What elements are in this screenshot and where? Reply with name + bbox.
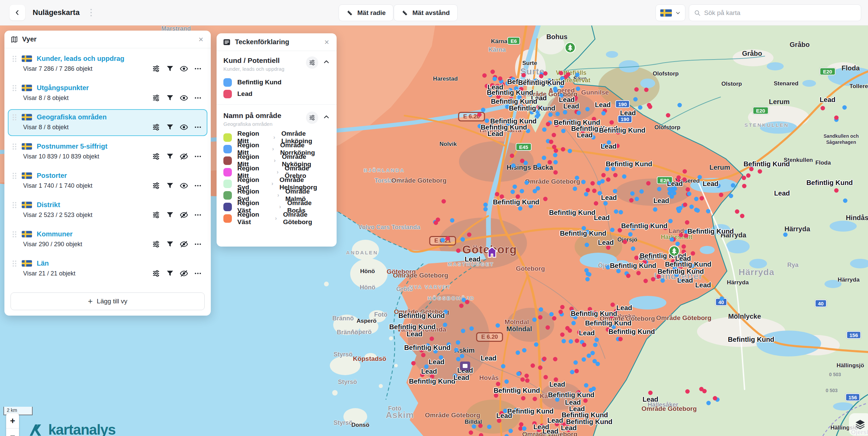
zoom-out-button[interactable]: − (6, 429, 19, 436)
legend-panel: Teckenförklaring × Kund / PotentiellKund… (217, 33, 337, 247)
layers-button[interactable] (849, 413, 868, 436)
legend-entry-label: Lead (237, 90, 252, 98)
view-title[interactable]: Utgångspunkter (37, 84, 89, 92)
close-icon[interactable]: × (197, 35, 205, 44)
view-count: Visar 21 / 21 objekt (23, 270, 152, 277)
filter-icon[interactable] (166, 182, 174, 190)
view-item[interactable]: LänVisar 21 / 21 objekt (8, 255, 207, 282)
views-panel: Vyer × Kunder, leads och uppdragVisar 7 … (4, 31, 211, 316)
section-sliders-icon[interactable] (306, 56, 318, 69)
style-sliders-icon[interactable] (152, 65, 160, 73)
view-item[interactable]: PostorterVisar 1 740 / 1 740 objekt (8, 168, 207, 195)
sweden-flag-icon (22, 85, 32, 91)
style-sliders-icon[interactable] (152, 152, 160, 161)
style-sliders-icon[interactable] (152, 240, 160, 248)
title-menu-icon[interactable] (89, 7, 93, 18)
ruler-icon (346, 10, 353, 16)
visibility-off-icon[interactable] (180, 211, 188, 219)
zoom-in-button[interactable]: + (6, 413, 19, 429)
collapse-section-icon[interactable] (323, 56, 330, 67)
filter-icon[interactable] (166, 65, 174, 73)
visibility-on-icon[interactable] (180, 94, 188, 102)
close-icon[interactable]: × (323, 37, 330, 47)
page-title: Nulägeskarta (33, 8, 80, 17)
drag-handle-icon[interactable] (12, 55, 17, 63)
visibility-off-icon[interactable] (180, 152, 188, 161)
color-swatch (223, 168, 232, 177)
view-item[interactable]: Geografiska områdenVisar 8 / 8 objekt (8, 109, 207, 136)
visibility-on-icon[interactable] (180, 182, 188, 190)
style-sliders-icon[interactable] (152, 94, 160, 102)
filter-icon[interactable] (166, 152, 174, 161)
legend-panel-title: Teckenförklaring (235, 38, 319, 46)
view-count: Visar 8 / 8 objekt (23, 124, 152, 131)
legend-entry: Befintlig Kund (223, 77, 330, 88)
topbar: Nulägeskarta Mät radie Mät avstånd (0, 0, 868, 26)
more-options-icon[interactable] (194, 152, 202, 161)
color-swatch (223, 78, 232, 87)
legend-section: Namn på områdeGeografiska områdenRegion … (217, 106, 337, 228)
collapse-section-icon[interactable] (323, 112, 330, 122)
more-options-icon[interactable] (194, 211, 202, 219)
section-sliders-icon[interactable] (306, 112, 318, 124)
views-panel-title: Vyer (22, 35, 193, 43)
kartanalys-logo-icon (27, 423, 45, 436)
style-sliders-icon[interactable] (152, 123, 160, 131)
measure-distance-button[interactable]: Mät avstånd (394, 4, 458, 21)
style-sliders-icon[interactable] (152, 269, 160, 278)
sweden-flag-icon (22, 114, 32, 120)
filter-icon[interactable] (166, 240, 174, 248)
country-select[interactable] (656, 4, 685, 21)
drag-handle-icon[interactable] (12, 114, 17, 121)
more-options-icon[interactable] (194, 240, 202, 248)
view-title[interactable]: Geografiska områden (37, 113, 107, 121)
view-item[interactable]: UtgångspunkterVisar 8 / 8 objekt (8, 80, 207, 107)
visibility-on-icon[interactable] (180, 123, 188, 131)
search-input[interactable] (704, 9, 856, 17)
sweden-flag-icon (22, 55, 32, 62)
more-options-icon[interactable] (194, 94, 202, 102)
more-options-icon[interactable] (194, 269, 202, 278)
color-swatch (223, 203, 232, 211)
visibility-off-icon[interactable] (180, 269, 188, 278)
view-title[interactable]: Postorter (37, 172, 67, 180)
drag-handle-icon[interactable] (12, 260, 17, 267)
drag-handle-icon[interactable] (12, 231, 17, 238)
add-view-button[interactable]: + Lägg till vy (11, 292, 205, 310)
view-title[interactable]: Län (37, 259, 49, 267)
legend-section-subtitle: Geografiska områden (223, 121, 306, 127)
drag-handle-icon[interactable] (12, 143, 17, 150)
legend-entry-label: Befintlig Kund (237, 79, 282, 86)
visibility-off-icon[interactable] (180, 240, 188, 248)
chevron-right-icon: › (272, 146, 274, 152)
view-title[interactable]: Distrikt (37, 201, 60, 209)
filter-icon[interactable] (166, 211, 174, 219)
view-title[interactable]: Postnummer 5-siffrigt (37, 142, 107, 150)
back-button[interactable] (10, 5, 25, 20)
drag-handle-icon[interactable] (12, 172, 17, 180)
view-item[interactable]: KommunerVisar 290 / 290 objekt (8, 226, 207, 253)
drag-handle-icon[interactable] (12, 201, 17, 209)
view-title[interactable]: Kommuner (37, 230, 73, 238)
legend-section-title: Kund / Potentiell (223, 56, 306, 65)
view-item[interactable]: Kunder, leads och uppdragVisar 7 286 / 7… (8, 51, 207, 78)
more-options-icon[interactable] (194, 123, 202, 131)
zoom-control: + − (6, 413, 19, 436)
more-options-icon[interactable] (194, 65, 202, 73)
style-sliders-icon[interactable] (152, 211, 160, 219)
view-item[interactable]: DistriktVisar 2 523 / 2 523 objekt (8, 197, 207, 224)
filter-icon[interactable] (166, 94, 174, 102)
view-title[interactable]: Kunder, leads och uppdrag (37, 55, 124, 63)
measure-radius-button[interactable]: Mät radie (339, 4, 393, 21)
filter-icon[interactable] (166, 123, 174, 131)
color-swatch (223, 156, 232, 165)
legend-area: Område Göteborg (283, 211, 330, 226)
more-options-icon[interactable] (194, 182, 202, 190)
view-item[interactable]: Postnummer 5-siffrigtVisar 10 839 / 10 8… (8, 138, 207, 165)
style-sliders-icon[interactable] (152, 182, 160, 190)
visibility-on-icon[interactable] (180, 65, 188, 73)
view-count: Visar 8 / 8 objekt (23, 95, 152, 102)
sweden-flag-icon (22, 172, 32, 179)
drag-handle-icon[interactable] (12, 84, 17, 92)
filter-icon[interactable] (166, 269, 174, 278)
